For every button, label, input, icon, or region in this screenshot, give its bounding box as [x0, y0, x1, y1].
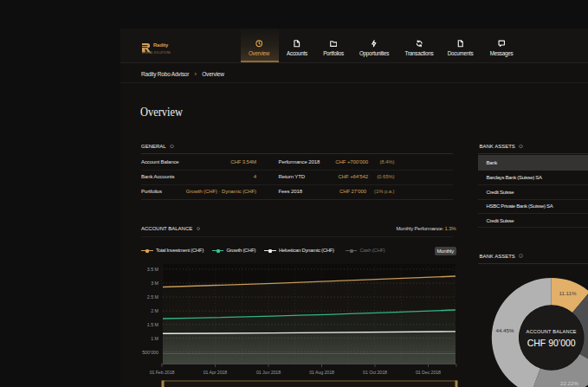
- svg-text:3 M: 3 M: [151, 281, 158, 286]
- svg-text:01 Apr 2018: 01 Apr 2018: [204, 370, 228, 375]
- svg-text:1 M: 1 M: [151, 336, 158, 341]
- svg-text:01 Aug 2018: 01 Aug 2018: [309, 370, 334, 375]
- svg-text:2 M: 2 M: [151, 308, 158, 313]
- svg-text:01 Oct 2018: 01 Oct 2018: [363, 370, 387, 375]
- svg-text:44.45%: 44.45%: [496, 327, 514, 333]
- svg-text:22.22%: 22.22%: [560, 380, 578, 386]
- svg-text:ACCOUNT BALANCE: ACCOUNT BALANCE: [527, 329, 577, 334]
- svg-text:500’000: 500’000: [142, 350, 158, 355]
- svg-text:CHF 90’000: CHF 90’000: [527, 338, 576, 348]
- svg-text:3.5 M: 3.5 M: [147, 267, 158, 272]
- svg-text:11.11%: 11.11%: [559, 290, 577, 296]
- svg-text:01 Feb 2018: 01 Feb 2018: [150, 370, 175, 375]
- svg-text:1.5 M: 1.5 M: [147, 322, 158, 327]
- svg-text:2.5 M: 2.5 M: [147, 294, 158, 300]
- svg-text:01 Jun 2018: 01 Jun 2018: [256, 370, 281, 375]
- svg-text:01 Dec 2018: 01 Dec 2018: [416, 370, 441, 375]
